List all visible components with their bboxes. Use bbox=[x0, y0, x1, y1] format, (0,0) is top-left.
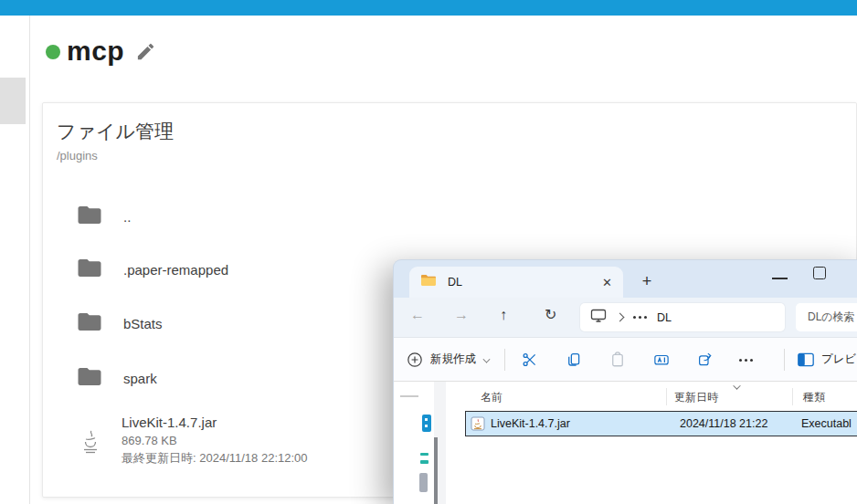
preview-button[interactable]: プレビュー bbox=[798, 338, 857, 381]
folder-icon bbox=[78, 312, 101, 335]
file-name: LiveKit-1.4.7.jar bbox=[122, 415, 217, 430]
new-item-button[interactable]: 新規作成 bbox=[407, 338, 490, 381]
row-file-name: LiveKit-1.4.7.jar bbox=[491, 417, 570, 430]
folder-icon bbox=[78, 367, 101, 390]
folder-icon bbox=[78, 205, 101, 228]
search-box[interactable]: DLの検索 bbox=[796, 303, 857, 331]
maximize-button[interactable] bbox=[813, 267, 826, 279]
current-path: /plugins bbox=[57, 149, 98, 163]
copy-icon[interactable] bbox=[566, 352, 582, 368]
selected-file-row[interactable]: LiveKit-1.4.7.jar 2024/11/18 21:22 Execu… bbox=[465, 411, 857, 436]
row-file-date: 2024/11/18 21:22 bbox=[680, 417, 767, 430]
folder-row-spark[interactable]: spark bbox=[78, 366, 157, 390]
nav-pane-item-icon[interactable] bbox=[420, 453, 428, 456]
tab-title: DL bbox=[448, 276, 462, 289]
preview-pane-icon bbox=[798, 352, 814, 367]
server-name-title: mcp bbox=[67, 36, 124, 67]
explorer-tab-dl[interactable]: DL ✕ bbox=[409, 267, 623, 298]
breadcrumb-path[interactable]: DL bbox=[657, 311, 672, 324]
address-bar[interactable]: DL bbox=[580, 303, 785, 331]
column-header-type[interactable]: 種類 bbox=[803, 390, 825, 405]
nav-pane-item-icon[interactable] bbox=[422, 415, 431, 432]
scrollbar-thumb[interactable] bbox=[434, 437, 438, 504]
folder-name: spark bbox=[123, 371, 157, 386]
column-header-row: 名前 更新日時 種類 bbox=[446, 384, 857, 410]
file-manager-title: ファイル管理 bbox=[57, 119, 174, 144]
this-pc-icon bbox=[590, 309, 607, 326]
nav-pane-divider bbox=[400, 395, 418, 397]
java-jar-icon bbox=[80, 429, 101, 458]
column-header-name[interactable]: 名前 bbox=[481, 390, 503, 405]
folder-name: .. bbox=[123, 209, 131, 225]
forward-icon[interactable]: → bbox=[454, 308, 469, 322]
explorer-nav-pane bbox=[394, 382, 434, 504]
folder-name: .paper-remapped bbox=[123, 262, 228, 278]
explorer-window: DL ✕ + ← → ↑ ↻ DL DLの検索 新規作成 bbox=[393, 259, 857, 504]
jar-file-icon bbox=[471, 416, 485, 435]
refresh-icon[interactable]: ↻ bbox=[545, 308, 556, 322]
cut-icon[interactable] bbox=[522, 352, 538, 368]
breadcrumb-ellipsis-icon[interactable] bbox=[633, 316, 647, 319]
sidebar-active-item[interactable] bbox=[0, 78, 26, 124]
server-status-dot bbox=[46, 45, 60, 59]
see-more-icon[interactable] bbox=[739, 359, 753, 362]
plus-circle-icon bbox=[407, 352, 423, 368]
nav-pane-item-icon bbox=[420, 460, 428, 464]
folder-icon bbox=[78, 258, 101, 281]
folder-icon bbox=[420, 274, 437, 290]
folder-row-parent[interactable]: .. bbox=[78, 205, 131, 228]
page-top-bar bbox=[0, 0, 857, 16]
folder-name: bStats bbox=[123, 316, 163, 331]
edit-pencil-icon[interactable] bbox=[135, 41, 156, 62]
new-tab-button[interactable]: + bbox=[636, 270, 658, 292]
toolbar-separator bbox=[504, 349, 505, 371]
chevron-down-icon bbox=[483, 356, 491, 363]
share-icon[interactable] bbox=[697, 352, 714, 368]
column-separator[interactable] bbox=[792, 388, 793, 405]
column-separator[interactable] bbox=[666, 388, 667, 405]
row-file-type: Executabl bbox=[801, 417, 852, 430]
toolbar-separator bbox=[784, 349, 785, 371]
tab-close-icon[interactable]: ✕ bbox=[602, 277, 612, 289]
breadcrumb-chevron-icon bbox=[616, 313, 625, 322]
paste-icon[interactable] bbox=[609, 352, 626, 368]
rename-icon[interactable] bbox=[653, 352, 670, 368]
minimize-button[interactable] bbox=[772, 278, 788, 279]
up-icon[interactable]: ↑ bbox=[500, 308, 507, 322]
folder-row-paper-remapped[interactable]: .paper-remapped bbox=[78, 257, 228, 281]
new-item-label: 新規作成 bbox=[430, 352, 476, 367]
file-modified: 最終更新日時: 2024/11/18 22:12:00 bbox=[122, 450, 308, 467]
back-icon[interactable]: ← bbox=[410, 308, 425, 322]
nav-pane-scrollbar[interactable] bbox=[434, 382, 446, 504]
folder-row-bstats[interactable]: bStats bbox=[78, 311, 163, 335]
file-size: 869.78 KB bbox=[122, 434, 177, 447]
preview-label: プレビュー bbox=[821, 352, 857, 367]
nav-pane-item-icon[interactable] bbox=[419, 473, 428, 492]
column-header-date[interactable]: 更新日時 bbox=[674, 390, 718, 405]
